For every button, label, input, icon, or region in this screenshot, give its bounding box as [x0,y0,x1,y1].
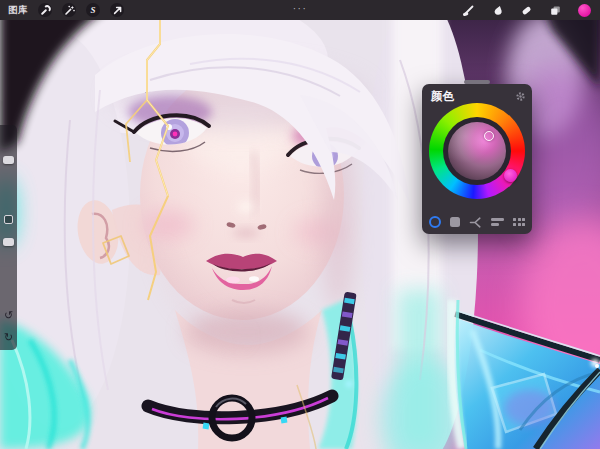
slider-handle[interactable] [3,238,14,246]
saturation-sphere[interactable] [448,122,506,180]
harmony-mode-button[interactable] [469,216,482,229]
brush-size-slider[interactable] [0,125,17,210]
slider-handle[interactable] [3,156,14,164]
actions-wrench-icon[interactable] [38,3,52,17]
redo-icon[interactable]: ↻ [0,332,17,343]
selection-s-icon[interactable]: S [86,3,100,17]
gallery-button[interactable]: 图库 [8,4,28,17]
panel-drag-handle[interactable] [464,80,490,84]
disc-mode-button[interactable] [429,216,441,228]
color-wheel[interactable] [429,103,525,199]
top-toolbar: 图库 S [0,0,600,20]
smudge-finger-icon[interactable] [491,4,504,17]
adjustments-wand-icon[interactable] [62,3,76,17]
toolbar-left-group: 图库 S [0,3,124,17]
hue-selector-knob[interactable] [504,169,517,182]
brush-sidebar: ↺ ↻ [0,125,17,350]
canvas-menu-dots[interactable]: ··· [293,0,308,18]
transform-arrow-icon[interactable] [110,3,124,17]
procreate-window: 图库 S [0,0,600,449]
palettes-mode-button[interactable] [513,218,525,225]
selection-s-glyph: S [90,5,95,14]
color-panel-title: 颜色 [431,89,454,104]
layers-icon[interactable] [549,4,562,17]
color-panel: 颜色 [422,84,532,234]
eraser-icon[interactable] [520,4,533,17]
brush-opacity-slider[interactable] [0,230,17,315]
modify-button[interactable] [4,215,13,224]
color-settings-gear-icon[interactable] [515,91,526,102]
value-mode-button[interactable] [491,218,504,225]
paint-brush-icon[interactable] [462,4,475,17]
toolbar-right-group [462,0,600,20]
color-mode-bar [422,215,532,229]
classic-mode-button[interactable] [450,217,460,227]
saturation-selector-knob[interactable] [484,131,494,141]
undo-icon[interactable]: ↺ [0,310,17,321]
active-color-swatch[interactable] [578,4,591,17]
